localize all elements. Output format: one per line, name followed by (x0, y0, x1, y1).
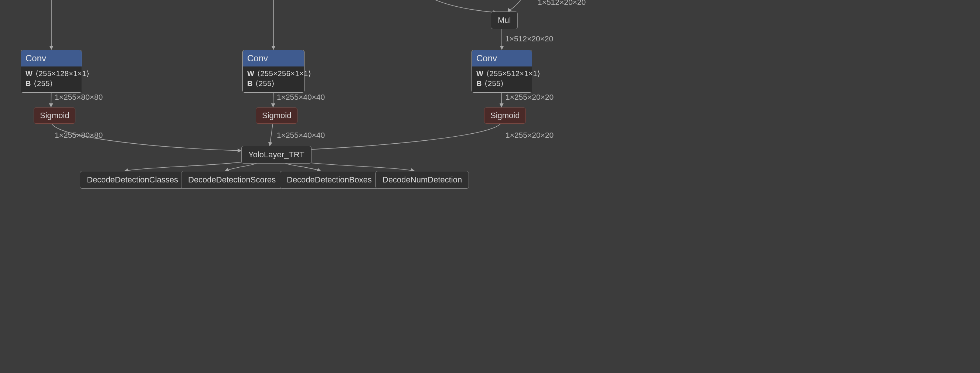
edge-label: 1×512×20×20 (538, 0, 586, 6)
node-label: DecodeDetectionBoxes (287, 175, 372, 184)
bias-label: B (25, 79, 31, 87)
node-label: Mul (498, 16, 511, 25)
edge-label: 1×255×80×80 (55, 93, 103, 102)
node-title: Conv (243, 50, 304, 67)
edge-label: 1×255×40×40 (277, 131, 325, 140)
edge-label: 1×255×40×40 (277, 93, 325, 102)
edge-label: 1×255×20×20 (506, 93, 554, 102)
node-body: W⟨255×256×1×1⟩ B⟨255⟩ (243, 67, 304, 92)
node-body: W⟨255×512×1×1⟩ B⟨255⟩ (472, 67, 532, 92)
bias-label: B (247, 79, 252, 87)
node-label: YoloLayer_TRT (248, 150, 304, 159)
node-label: DecodeNumDetection (382, 175, 462, 184)
node-conv-2[interactable]: Conv W⟨255×256×1×1⟩ B⟨255⟩ (242, 50, 304, 93)
node-conv-1[interactable]: Conv W⟨255×128×1×1⟩ B⟨255⟩ (21, 50, 82, 93)
node-yololayer[interactable]: YoloLayer_TRT (241, 146, 312, 163)
node-label: Sigmoid (262, 111, 291, 120)
node-label: Sigmoid (40, 111, 69, 120)
bias-dim: ⟨255⟩ (255, 79, 275, 87)
node-label: DecodeDetectionScores (188, 175, 276, 184)
bias-label: B (476, 79, 482, 87)
bias-dim: ⟨255⟩ (484, 79, 504, 87)
node-title: Conv (21, 50, 82, 67)
edge-label: 1×512×20×20 (505, 34, 553, 43)
weight-dim: ⟨255×256×1×1⟩ (257, 70, 312, 78)
weight-label: W (476, 70, 484, 78)
graph-canvas[interactable]: 1×512×20×20 Mul 1×512×20×20 Conv W⟨255×1… (0, 0, 980, 373)
node-sigmoid-2[interactable]: Sigmoid (256, 108, 298, 124)
weight-label: W (247, 70, 254, 78)
edge-label: 1×255×20×20 (506, 131, 554, 140)
node-decode-scores[interactable]: DecodeDetectionScores (181, 171, 283, 189)
node-decode-num[interactable]: DecodeNumDetection (375, 171, 469, 189)
bias-dim: ⟨255⟩ (33, 79, 53, 87)
weight-label: W (25, 70, 32, 78)
node-sigmoid-1[interactable]: Sigmoid (33, 108, 75, 124)
node-body: W⟨255×128×1×1⟩ B⟨255⟩ (21, 67, 82, 92)
node-title: Conv (472, 50, 532, 67)
node-decode-boxes[interactable]: DecodeDetectionBoxes (280, 171, 379, 189)
edge-label: 1×255×80×80 (55, 131, 103, 140)
node-label: DecodeDetectionClasses (87, 175, 178, 184)
weight-dim: ⟨255×512×1×1⟩ (486, 70, 541, 78)
node-conv-3[interactable]: Conv W⟨255×512×1×1⟩ B⟨255⟩ (471, 50, 532, 93)
node-mul[interactable]: Mul (491, 11, 518, 29)
node-label: Sigmoid (490, 111, 520, 120)
node-decode-classes[interactable]: DecodeDetectionClasses (80, 171, 185, 189)
weight-dim: ⟨255×128×1×1⟩ (35, 70, 90, 78)
node-sigmoid-3[interactable]: Sigmoid (484, 108, 526, 124)
